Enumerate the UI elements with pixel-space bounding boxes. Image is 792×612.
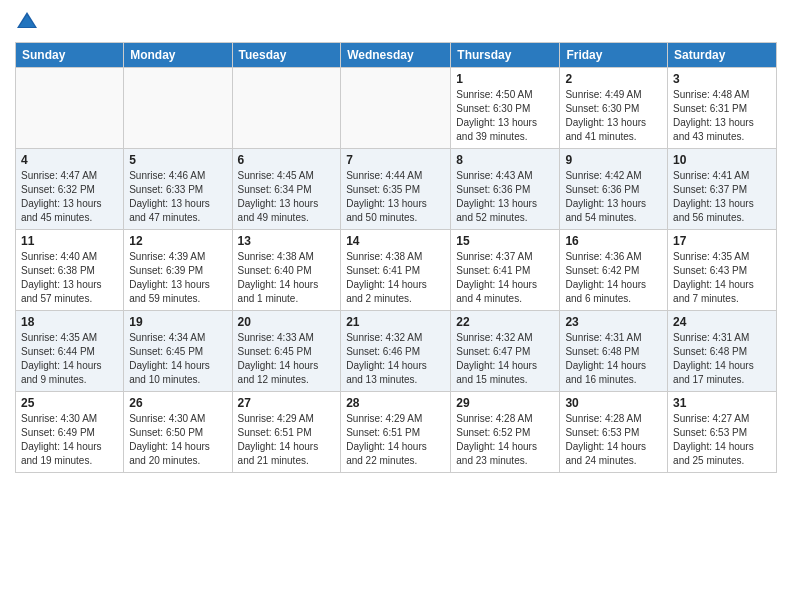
calendar-cell: 13Sunrise: 4:38 AM Sunset: 6:40 PM Dayli…	[232, 230, 341, 311]
day-info: Sunrise: 4:42 AM Sunset: 6:36 PM Dayligh…	[565, 169, 662, 225]
day-info: Sunrise: 4:32 AM Sunset: 6:47 PM Dayligh…	[456, 331, 554, 387]
day-info: Sunrise: 4:28 AM Sunset: 6:53 PM Dayligh…	[565, 412, 662, 468]
calendar-cell: 1Sunrise: 4:50 AM Sunset: 6:30 PM Daylig…	[451, 68, 560, 149]
calendar-cell: 2Sunrise: 4:49 AM Sunset: 6:30 PM Daylig…	[560, 68, 668, 149]
day-number: 30	[565, 396, 662, 410]
calendar-cell: 3Sunrise: 4:48 AM Sunset: 6:31 PM Daylig…	[668, 68, 777, 149]
day-number: 4	[21, 153, 118, 167]
day-number: 24	[673, 315, 771, 329]
day-info: Sunrise: 4:47 AM Sunset: 6:32 PM Dayligh…	[21, 169, 118, 225]
calendar-cell: 19Sunrise: 4:34 AM Sunset: 6:45 PM Dayli…	[124, 311, 232, 392]
day-number: 10	[673, 153, 771, 167]
day-number: 6	[238, 153, 336, 167]
calendar-cell: 23Sunrise: 4:31 AM Sunset: 6:48 PM Dayli…	[560, 311, 668, 392]
calendar-cell: 8Sunrise: 4:43 AM Sunset: 6:36 PM Daylig…	[451, 149, 560, 230]
day-info: Sunrise: 4:29 AM Sunset: 6:51 PM Dayligh…	[238, 412, 336, 468]
calendar-cell: 30Sunrise: 4:28 AM Sunset: 6:53 PM Dayli…	[560, 392, 668, 473]
day-info: Sunrise: 4:43 AM Sunset: 6:36 PM Dayligh…	[456, 169, 554, 225]
calendar-cell: 27Sunrise: 4:29 AM Sunset: 6:51 PM Dayli…	[232, 392, 341, 473]
day-info: Sunrise: 4:30 AM Sunset: 6:50 PM Dayligh…	[129, 412, 226, 468]
day-info: Sunrise: 4:38 AM Sunset: 6:40 PM Dayligh…	[238, 250, 336, 306]
calendar-cell: 7Sunrise: 4:44 AM Sunset: 6:35 PM Daylig…	[341, 149, 451, 230]
day-info: Sunrise: 4:31 AM Sunset: 6:48 PM Dayligh…	[565, 331, 662, 387]
week-row-4: 18Sunrise: 4:35 AM Sunset: 6:44 PM Dayli…	[16, 311, 777, 392]
calendar-cell: 31Sunrise: 4:27 AM Sunset: 6:53 PM Dayli…	[668, 392, 777, 473]
day-number: 21	[346, 315, 445, 329]
day-header-tuesday: Tuesday	[232, 43, 341, 68]
day-info: Sunrise: 4:49 AM Sunset: 6:30 PM Dayligh…	[565, 88, 662, 144]
day-info: Sunrise: 4:33 AM Sunset: 6:45 PM Dayligh…	[238, 331, 336, 387]
day-number: 20	[238, 315, 336, 329]
day-number: 8	[456, 153, 554, 167]
calendar-cell: 6Sunrise: 4:45 AM Sunset: 6:34 PM Daylig…	[232, 149, 341, 230]
day-info: Sunrise: 4:38 AM Sunset: 6:41 PM Dayligh…	[346, 250, 445, 306]
calendar-cell: 25Sunrise: 4:30 AM Sunset: 6:49 PM Dayli…	[16, 392, 124, 473]
day-info: Sunrise: 4:30 AM Sunset: 6:49 PM Dayligh…	[21, 412, 118, 468]
day-number: 11	[21, 234, 118, 248]
header	[15, 10, 777, 34]
calendar-cell: 12Sunrise: 4:39 AM Sunset: 6:39 PM Dayli…	[124, 230, 232, 311]
calendar-cell: 21Sunrise: 4:32 AM Sunset: 6:46 PM Dayli…	[341, 311, 451, 392]
calendar-cell: 11Sunrise: 4:40 AM Sunset: 6:38 PM Dayli…	[16, 230, 124, 311]
day-number: 13	[238, 234, 336, 248]
calendar-cell	[341, 68, 451, 149]
week-row-3: 11Sunrise: 4:40 AM Sunset: 6:38 PM Dayli…	[16, 230, 777, 311]
calendar-cell: 15Sunrise: 4:37 AM Sunset: 6:41 PM Dayli…	[451, 230, 560, 311]
day-info: Sunrise: 4:35 AM Sunset: 6:44 PM Dayligh…	[21, 331, 118, 387]
day-number: 14	[346, 234, 445, 248]
day-number: 2	[565, 72, 662, 86]
calendar-cell: 20Sunrise: 4:33 AM Sunset: 6:45 PM Dayli…	[232, 311, 341, 392]
day-header-friday: Friday	[560, 43, 668, 68]
day-number: 9	[565, 153, 662, 167]
day-number: 19	[129, 315, 226, 329]
logo-icon	[15, 10, 39, 34]
day-number: 25	[21, 396, 118, 410]
day-info: Sunrise: 4:27 AM Sunset: 6:53 PM Dayligh…	[673, 412, 771, 468]
day-info: Sunrise: 4:48 AM Sunset: 6:31 PM Dayligh…	[673, 88, 771, 144]
day-header-wednesday: Wednesday	[341, 43, 451, 68]
day-number: 1	[456, 72, 554, 86]
day-number: 5	[129, 153, 226, 167]
day-info: Sunrise: 4:36 AM Sunset: 6:42 PM Dayligh…	[565, 250, 662, 306]
calendar-cell: 5Sunrise: 4:46 AM Sunset: 6:33 PM Daylig…	[124, 149, 232, 230]
logo	[15, 10, 43, 34]
day-info: Sunrise: 4:40 AM Sunset: 6:38 PM Dayligh…	[21, 250, 118, 306]
day-info: Sunrise: 4:45 AM Sunset: 6:34 PM Dayligh…	[238, 169, 336, 225]
day-number: 15	[456, 234, 554, 248]
day-number: 23	[565, 315, 662, 329]
calendar-cell	[16, 68, 124, 149]
calendar-cell	[124, 68, 232, 149]
day-number: 26	[129, 396, 226, 410]
day-info: Sunrise: 4:32 AM Sunset: 6:46 PM Dayligh…	[346, 331, 445, 387]
page: SundayMondayTuesdayWednesdayThursdayFrid…	[0, 0, 792, 612]
day-info: Sunrise: 4:29 AM Sunset: 6:51 PM Dayligh…	[346, 412, 445, 468]
day-info: Sunrise: 4:31 AM Sunset: 6:48 PM Dayligh…	[673, 331, 771, 387]
day-number: 22	[456, 315, 554, 329]
day-info: Sunrise: 4:28 AM Sunset: 6:52 PM Dayligh…	[456, 412, 554, 468]
day-header-sunday: Sunday	[16, 43, 124, 68]
day-number: 28	[346, 396, 445, 410]
week-row-1: 1Sunrise: 4:50 AM Sunset: 6:30 PM Daylig…	[16, 68, 777, 149]
day-number: 7	[346, 153, 445, 167]
calendar-cell: 22Sunrise: 4:32 AM Sunset: 6:47 PM Dayli…	[451, 311, 560, 392]
week-row-2: 4Sunrise: 4:47 AM Sunset: 6:32 PM Daylig…	[16, 149, 777, 230]
calendar-cell: 10Sunrise: 4:41 AM Sunset: 6:37 PM Dayli…	[668, 149, 777, 230]
calendar-cell: 24Sunrise: 4:31 AM Sunset: 6:48 PM Dayli…	[668, 311, 777, 392]
day-info: Sunrise: 4:39 AM Sunset: 6:39 PM Dayligh…	[129, 250, 226, 306]
calendar-cell: 17Sunrise: 4:35 AM Sunset: 6:43 PM Dayli…	[668, 230, 777, 311]
day-info: Sunrise: 4:50 AM Sunset: 6:30 PM Dayligh…	[456, 88, 554, 144]
day-info: Sunrise: 4:35 AM Sunset: 6:43 PM Dayligh…	[673, 250, 771, 306]
calendar-cell: 28Sunrise: 4:29 AM Sunset: 6:51 PM Dayli…	[341, 392, 451, 473]
day-number: 18	[21, 315, 118, 329]
day-info: Sunrise: 4:44 AM Sunset: 6:35 PM Dayligh…	[346, 169, 445, 225]
calendar-header-row: SundayMondayTuesdayWednesdayThursdayFrid…	[16, 43, 777, 68]
calendar-table: SundayMondayTuesdayWednesdayThursdayFrid…	[15, 42, 777, 473]
day-number: 16	[565, 234, 662, 248]
calendar-cell: 26Sunrise: 4:30 AM Sunset: 6:50 PM Dayli…	[124, 392, 232, 473]
day-header-thursday: Thursday	[451, 43, 560, 68]
calendar-cell: 14Sunrise: 4:38 AM Sunset: 6:41 PM Dayli…	[341, 230, 451, 311]
day-number: 29	[456, 396, 554, 410]
day-info: Sunrise: 4:41 AM Sunset: 6:37 PM Dayligh…	[673, 169, 771, 225]
day-info: Sunrise: 4:34 AM Sunset: 6:45 PM Dayligh…	[129, 331, 226, 387]
calendar-cell: 16Sunrise: 4:36 AM Sunset: 6:42 PM Dayli…	[560, 230, 668, 311]
